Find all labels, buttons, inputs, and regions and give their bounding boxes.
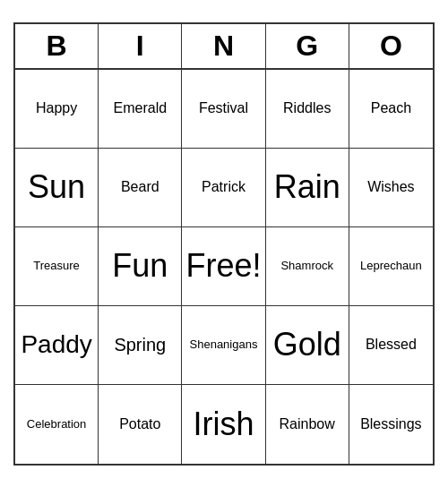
bingo-cell: Rain xyxy=(266,149,349,227)
bingo-cell: Treasure xyxy=(15,227,99,306)
bingo-cell: Beard xyxy=(99,149,182,227)
bingo-cell: Free! xyxy=(182,227,265,306)
cell-text: Happy xyxy=(36,99,77,116)
bingo-cell: Irish xyxy=(182,385,265,464)
cell-text: Wishes xyxy=(367,178,414,195)
bingo-cell: Blessings xyxy=(349,385,433,464)
cell-text: Celebration xyxy=(27,417,87,431)
bingo-cell: Riddles xyxy=(266,70,349,149)
bingo-cell: Potato xyxy=(99,385,182,464)
bingo-cell: Spring xyxy=(99,306,182,385)
bingo-cell: Shenanigans xyxy=(182,306,265,385)
bingo-cell: Blessed xyxy=(349,306,433,385)
cell-text: Patrick xyxy=(202,178,246,195)
cell-text: Peach xyxy=(371,99,411,116)
bingo-cell: Happy xyxy=(15,70,99,149)
header-letter: G xyxy=(266,24,349,68)
bingo-card: BINGO HappyEmeraldFestivalRiddlesPeachSu… xyxy=(13,22,435,466)
cell-text: Rainbow xyxy=(280,415,335,432)
cell-text: Riddles xyxy=(283,99,331,116)
bingo-cell: Rainbow xyxy=(266,385,349,464)
cell-text: Spring xyxy=(114,334,166,355)
bingo-cell: Wishes xyxy=(349,149,433,227)
cell-text: Shamrock xyxy=(280,259,333,273)
bingo-cell: Leprechaun xyxy=(349,227,433,306)
cell-text: Gold xyxy=(273,325,341,363)
cell-text: Fun xyxy=(112,246,168,285)
bingo-cell: Festival xyxy=(182,70,265,149)
cell-text: Blessed xyxy=(366,336,417,353)
bingo-cell: Peach xyxy=(349,70,433,149)
cell-text: Irish xyxy=(193,405,254,443)
bingo-cell: Shamrock xyxy=(266,227,349,306)
bingo-cell: Gold xyxy=(266,306,349,385)
cell-text: Potato xyxy=(119,415,160,432)
cell-text: Beard xyxy=(121,178,159,195)
bingo-header: BINGO xyxy=(15,24,433,70)
cell-text: Sun xyxy=(28,167,85,206)
cell-text: Paddy xyxy=(21,329,91,360)
header-letter: N xyxy=(182,24,265,68)
cell-text: Shenanigans xyxy=(190,337,258,352)
bingo-cell: Celebration xyxy=(15,385,99,464)
cell-text: Leprechaun xyxy=(360,259,422,273)
header-letter: I xyxy=(99,24,182,68)
bingo-cell: Fun xyxy=(99,227,182,306)
cell-text: Festival xyxy=(199,99,248,116)
header-letter: O xyxy=(349,24,433,68)
bingo-cell: Emerald xyxy=(99,70,182,149)
cell-text: Rain xyxy=(274,167,340,206)
bingo-cell: Patrick xyxy=(182,149,265,227)
cell-text: Treasure xyxy=(33,259,80,273)
header-letter: B xyxy=(15,24,99,68)
bingo-grid: HappyEmeraldFestivalRiddlesPeachSunBeard… xyxy=(15,70,433,464)
bingo-cell: Paddy xyxy=(15,306,99,385)
cell-text: Emerald xyxy=(114,99,168,116)
cell-text: Free! xyxy=(185,246,261,285)
cell-text: Blessings xyxy=(360,415,421,432)
bingo-cell: Sun xyxy=(15,149,99,227)
